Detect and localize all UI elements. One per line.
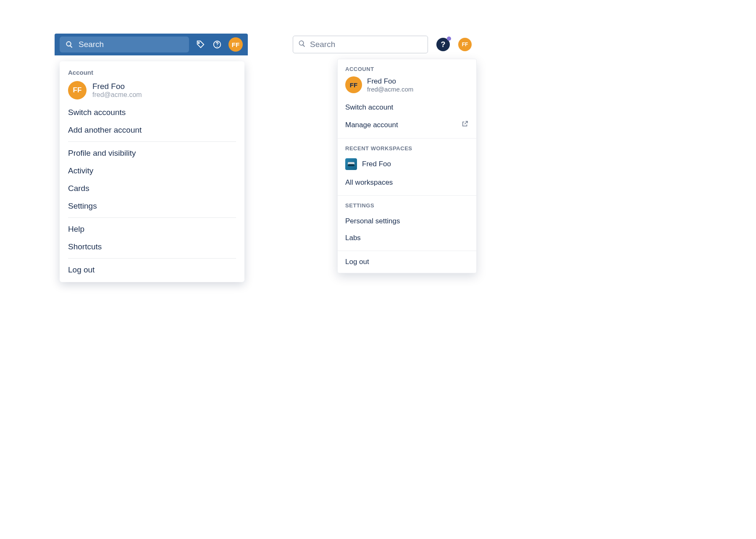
svg-point-2 [217,46,218,47]
search-input[interactable] [79,40,184,49]
menu-cards[interactable]: Cards [60,180,244,197]
section-settings: Settings Personal settings Labs [338,195,476,251]
section-logout: Log out [338,251,476,273]
notification-dot-icon [447,37,451,41]
search-box[interactable] [293,36,428,53]
menu-labs-label: Labs [345,234,361,242]
help-icon[interactable]: ? [436,38,450,51]
menu-manage-account-label: Manage account [345,121,398,129]
header-bar-right: ? FF [288,34,477,55]
tag-icon[interactable] [195,39,206,50]
menu-help[interactable]: Help [60,220,244,238]
panel-right: ? FF Account FF Fred Foo fred@acme.com S… [288,34,477,55]
menu-shortcuts[interactable]: Shortcuts [60,238,244,256]
avatar-icon: FF [68,81,87,99]
section-title-settings: Settings [345,202,469,209]
menu-manage-account[interactable]: Manage account [345,116,469,134]
account-menu-left: Account FF Fred Foo fred@acme.com Switch… [60,61,244,282]
section-account: Account FF Fred Foo fred@acme.com Switch… [338,59,476,138]
header-bar-left: FF [55,34,248,55]
menu-logout[interactable]: Log out [345,258,469,266]
menu-add-account[interactable]: Add another account [60,121,244,139]
search-icon [298,40,306,49]
section-title-account: Account [345,66,469,72]
search-input[interactable] [310,40,423,49]
menu-switch-account[interactable]: Switch account [345,99,469,116]
menu-switch-accounts[interactable]: Switch accounts [60,104,244,121]
help-icon[interactable] [212,39,223,50]
search-box[interactable] [60,37,189,52]
avatar[interactable]: FF [458,38,472,51]
account-identity[interactable]: FF Fred Foo fred@acme.com [60,79,244,104]
menu-settings[interactable]: Settings [60,197,244,215]
menu-logout[interactable]: Log out [60,261,244,279]
section-title-workspaces: Recent Workspaces [345,145,469,152]
menu-logout-label: Log out [345,258,369,266]
search-icon [65,39,74,50]
menu-labs[interactable]: Labs [345,230,469,246]
account-identity[interactable]: FF Fred Foo fred@acme.com [345,76,469,93]
section-title-account: Account [60,67,244,79]
divider [68,141,236,142]
workspace-item[interactable]: Fred Foo [345,156,469,174]
panel-left: FF Account FF Fred Foo fred@acme.com Swi… [55,34,248,282]
divider [68,217,236,218]
workspace-tile-icon [345,158,357,170]
account-name: Fred Foo [92,82,142,91]
menu-activity[interactable]: Activity [60,162,244,180]
external-link-icon [461,120,469,130]
account-email: fred@acme.com [367,86,413,93]
avatar[interactable]: FF [228,37,243,52]
menu-switch-account-label: Switch account [345,103,393,112]
menu-all-workspaces[interactable]: All workspaces [345,174,469,191]
svg-point-0 [198,42,200,44]
avatar-icon: FF [345,76,362,93]
section-workspaces: Recent Workspaces Fred Foo All workspace… [338,138,476,195]
account-menu-right: Account FF Fred Foo fred@acme.com Switch… [337,59,477,273]
menu-personal-settings-label: Personal settings [345,217,400,225]
account-name: Fred Foo [367,77,413,86]
divider [68,258,236,259]
menu-all-workspaces-label: All workspaces [345,178,393,187]
menu-personal-settings[interactable]: Personal settings [345,213,469,230]
menu-profile-visibility[interactable]: Profile and visibility [60,144,244,162]
account-email: fred@acme.com [92,91,142,99]
workspace-name: Fred Foo [362,160,391,168]
